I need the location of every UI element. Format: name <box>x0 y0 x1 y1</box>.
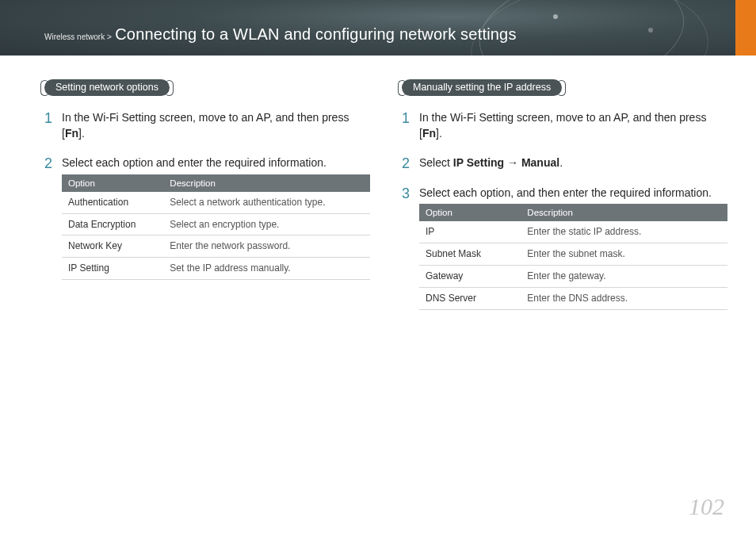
table-row: GatewayEnter the gateway. <box>419 266 727 288</box>
step-text: In the Wi-Fi Setting screen, move to an … <box>62 111 349 140</box>
section-heading-pill: Manually setting the IP address <box>402 79 562 96</box>
options-table: Option Description IPEnter the static IP… <box>419 204 727 309</box>
breadcrumb-title: Connecting to a WLAN and configuring net… <box>115 25 516 43</box>
table-row: AuthenticationSelect a network authentic… <box>62 192 370 213</box>
table-header: Option <box>419 204 521 221</box>
option-name: IP Setting <box>62 258 163 280</box>
table-row: IPEnter the static IP address. <box>419 221 727 243</box>
step-item: Select IP Setting → Manual. <box>402 155 727 171</box>
option-desc: Set the IP address manually. <box>163 258 370 280</box>
option-name: Data Encryption <box>62 213 163 235</box>
fn-key: Fn <box>422 127 436 140</box>
table-header: Description <box>521 204 727 221</box>
breadcrumb-section: Wireless network > <box>44 33 112 41</box>
steps-list: In the Wi-Fi Setting screen, move to an … <box>402 110 727 310</box>
option-desc: Select an encryption type. <box>163 213 370 235</box>
step-item: In the Wi-Fi Setting screen, move to an … <box>402 110 727 141</box>
step-text: Select each option, and then enter the r… <box>419 186 712 199</box>
table-header-row: Option Description <box>419 204 727 221</box>
option-name: Gateway <box>419 266 521 288</box>
column-left: Setting network options In the Wi-Fi Set… <box>44 79 370 324</box>
content-area: Setting network options In the Wi-Fi Set… <box>0 56 756 324</box>
step-item: Select each option, and then enter the r… <box>402 186 727 310</box>
fn-key: Fn <box>65 127 78 140</box>
option-desc: Select a network authentication type. <box>163 192 370 213</box>
table-header: Description <box>163 174 370 192</box>
option-name: Subnet Mask <box>419 243 521 266</box>
table-row: DNS ServerEnter the DNS address. <box>419 287 727 309</box>
page-number: 102 <box>689 493 724 520</box>
step-text: ]. <box>436 127 442 140</box>
page-header: Wireless network > Connecting to a WLAN … <box>0 0 756 56</box>
option-desc: Enter the static IP address. <box>521 221 727 243</box>
option-desc: Enter the network password. <box>163 235 370 258</box>
step-item: Select each option and enter the require… <box>44 155 370 280</box>
step-text: In the Wi-Fi Setting screen, move to an … <box>419 111 706 140</box>
bold-label: IP Setting <box>453 156 504 169</box>
table-header-row: Option Description <box>62 174 370 192</box>
option-desc: Enter the gateway. <box>521 266 727 288</box>
options-table: Option Description AuthenticationSelect … <box>62 174 370 280</box>
decorative-dot <box>648 28 653 33</box>
bold-label: Manual <box>521 156 559 169</box>
table-row: IP SettingSet the IP address manually. <box>62 258 370 280</box>
option-name: IP <box>419 221 521 243</box>
table-row: Data EncryptionSelect an encryption type… <box>62 213 370 235</box>
table-row: Network KeyEnter the network password. <box>62 235 370 258</box>
option-name: DNS Server <box>419 287 521 309</box>
option-name: Network Key <box>62 235 163 258</box>
option-name: Authentication <box>62 192 163 213</box>
step-item: In the Wi-Fi Setting screen, move to an … <box>44 110 370 141</box>
option-desc: Enter the DNS address. <box>521 287 727 309</box>
steps-list: In the Wi-Fi Setting screen, move to an … <box>44 110 370 280</box>
decorative-dot <box>553 14 558 19</box>
section-heading-pill: Setting network options <box>44 79 170 96</box>
arrow-text: → <box>504 156 521 169</box>
table-header: Option <box>62 174 163 192</box>
step-text: Select <box>419 156 453 169</box>
column-right: Manually setting the IP address In the W… <box>402 79 727 324</box>
option-desc: Enter the subnet mask. <box>521 243 727 266</box>
step-text: Select each option and enter the require… <box>62 156 326 169</box>
table-row: Subnet MaskEnter the subnet mask. <box>419 243 727 266</box>
step-text: ]. <box>78 127 85 140</box>
step-text: . <box>559 156 563 169</box>
